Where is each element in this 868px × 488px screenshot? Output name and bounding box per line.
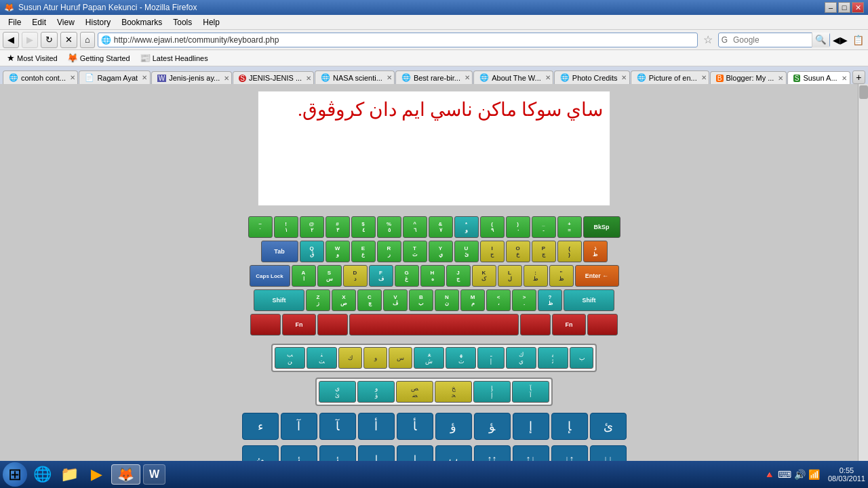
tab-about[interactable]: 🌐 About The W... ✕ — [473, 70, 553, 84]
key-d[interactable]: Dد — [343, 265, 368, 287]
tab-close-button[interactable]: ✕ — [224, 75, 229, 82]
extra-key-r2-5[interactable]: ﺈﺇ — [473, 381, 511, 403]
jawi-text-area[interactable]: ساي سوکا ماکن ناسي ايم دان کروڤوق. — [258, 91, 610, 206]
key-bracket-l[interactable]: {} — [557, 241, 582, 262]
key-q[interactable]: Qق — [300, 241, 324, 262]
url-bar[interactable]: 🌐 http://www.ejawi.net/community/keyboar… — [98, 33, 698, 47]
search-input[interactable] — [730, 33, 812, 47]
forward-button[interactable]: ▶ — [22, 32, 38, 48]
key-h[interactable]: Hه — [420, 265, 445, 287]
char-icon-7[interactable]: ﺆ — [474, 413, 511, 440]
key-t[interactable]: Tت — [403, 241, 427, 262]
key-alt-left[interactable] — [317, 314, 348, 336]
nav-extra-icon2[interactable]: 📋 — [850, 33, 865, 47]
back-button[interactable]: ◀ — [3, 32, 19, 48]
key-p[interactable]: Pج — [532, 241, 556, 262]
char-icon-5[interactable]: ﺄ — [397, 413, 433, 440]
key-ctrl-left[interactable] — [250, 314, 281, 336]
tab-picture[interactable]: 🌐 Picture of en... ✕ — [631, 70, 709, 84]
key-tab[interactable]: Tab — [261, 241, 298, 262]
tab-close-button[interactable]: ✕ — [842, 75, 847, 82]
new-tab-button[interactable]: + — [852, 70, 865, 84]
extra-key-1[interactable]: ﺐﻦ — [275, 347, 305, 369]
extra-key-6[interactable]: ﻐﺵ — [414, 347, 444, 369]
stop-button[interactable]: ✕ — [60, 32, 77, 48]
start-button[interactable]: ⊞ — [3, 462, 27, 487]
extra-key-r2-1[interactable]: ﻱﺉ — [319, 381, 356, 403]
tab-contoh[interactable]: 🌐 contoh cont... ✕ — [3, 70, 78, 84]
key-v[interactable]: Vڤ — [383, 289, 408, 311]
menu-view[interactable]: View — [52, 16, 80, 28]
key-1[interactable]: !١ — [274, 216, 298, 238]
key-alt-right[interactable] — [520, 314, 551, 336]
key-e[interactable]: Eع — [351, 241, 376, 262]
bookmark-getting-started[interactable]: 🦊 Getting Started — [63, 52, 134, 64]
key-o[interactable]: Oخ — [506, 241, 530, 262]
char-icon-8[interactable]: ﺇ — [513, 413, 549, 440]
key-fn-left[interactable]: Fn — [282, 314, 316, 336]
key-3[interactable]: #٣ — [326, 216, 350, 238]
key-equals[interactable]: += — [557, 216, 582, 238]
key-semicolon[interactable]: :ط — [524, 265, 548, 287]
key-w[interactable]: Wو — [326, 241, 350, 262]
tab-susun-active[interactable]: S Susun A... ✕ — [787, 71, 850, 85]
tab-close-button[interactable]: ✕ — [387, 74, 392, 81]
scrollbar[interactable] — [858, 84, 868, 473]
key-x[interactable]: Xص — [332, 289, 356, 311]
tab-best[interactable]: 🌐 Best rare-bir... ✕ — [395, 70, 473, 84]
key-capslock[interactable]: Caps Lock — [250, 265, 290, 287]
minimize-button[interactable]: – — [825, 2, 837, 13]
key-c[interactable]: Cچ — [357, 289, 382, 311]
key-fn-right[interactable]: Fn — [552, 314, 586, 336]
tab-close-button[interactable]: ✕ — [465, 74, 470, 81]
key-7[interactable]: &٧ — [429, 216, 453, 238]
extra-key-9[interactable]: ﻙﻱ — [506, 347, 536, 369]
key-z[interactable]: Zز — [306, 289, 330, 311]
key-9[interactable]: (٩ — [480, 216, 505, 238]
extra-key-r2-2[interactable]: ﻭﺅ — [357, 381, 395, 403]
key-0[interactable]: )٠ — [506, 216, 530, 238]
key-quote[interactable]: "ظ — [549, 265, 574, 287]
key-enter[interactable]: Enter ← — [575, 265, 619, 287]
taskbar-ie[interactable]: 🌐 — [30, 462, 54, 487]
bookmark-latest-headlines[interactable]: 📰 Latest Headlines — [136, 52, 212, 64]
tab-blogger[interactable]: B Blogger: My ... ✕ — [710, 71, 787, 84]
key-b[interactable]: Bب — [409, 289, 433, 311]
menu-file[interactable]: File — [3, 16, 26, 28]
extra-key-r2-6[interactable]: ﺂﺁ — [512, 381, 549, 403]
tab-close-button[interactable]: ✕ — [306, 75, 311, 82]
tab-close-button[interactable]: ✕ — [621, 74, 627, 81]
key-shift-right[interactable]: Shift — [564, 289, 614, 311]
key-g[interactable]: Gغ — [395, 265, 419, 287]
key-l[interactable]: Lل — [498, 265, 522, 287]
char-icon-9[interactable]: ﺈ — [551, 413, 588, 440]
key-backspace[interactable]: BkSp — [583, 216, 620, 238]
key-8[interactable]: *ﻭ — [454, 216, 479, 238]
key-ctrl-right[interactable] — [587, 314, 618, 336]
menu-help[interactable]: Help — [197, 16, 225, 28]
key-minus[interactable]: _- — [532, 216, 556, 238]
extra-key-7[interactable]: ﻬﺕ — [446, 347, 476, 369]
key-4[interactable]: $٤ — [351, 216, 376, 238]
extra-key-r2-3[interactable]: ﺺﻀ — [396, 381, 433, 403]
tab-close-button[interactable]: ✕ — [545, 74, 551, 81]
key-slash[interactable]: ?ظ — [538, 289, 562, 311]
key-backtick[interactable]: ~` — [248, 216, 273, 238]
key-r[interactable]: Rر — [377, 241, 401, 262]
key-bracket-r[interactable]: ذظ — [583, 241, 608, 262]
key-2[interactable]: @٢ — [300, 216, 324, 238]
extra-key-2[interactable]: ﻨﺖ — [307, 347, 337, 369]
taskbar-media[interactable]: ▶ — [84, 462, 108, 487]
key-j[interactable]: Jج — [446, 265, 471, 287]
key-comma[interactable]: <، — [486, 289, 511, 311]
home-button[interactable]: ⌂ — [80, 32, 95, 48]
tab-close-button[interactable]: ✕ — [701, 74, 707, 81]
char-icon-4[interactable]: ﺃ — [358, 413, 395, 440]
key-a[interactable]: Aا — [292, 265, 316, 287]
extra-key-10[interactable]: ﻳﺋ — [538, 347, 568, 369]
extra-key-8[interactable]: ـ| — [477, 347, 505, 369]
tab-close-button[interactable]: ✕ — [70, 74, 75, 81]
menu-history[interactable]: History — [80, 16, 116, 28]
tab-jenis2[interactable]: S JENIS-JENIS ... ✕ — [233, 71, 314, 84]
nav-extra-icon1[interactable]: ◀▶ — [833, 33, 848, 47]
